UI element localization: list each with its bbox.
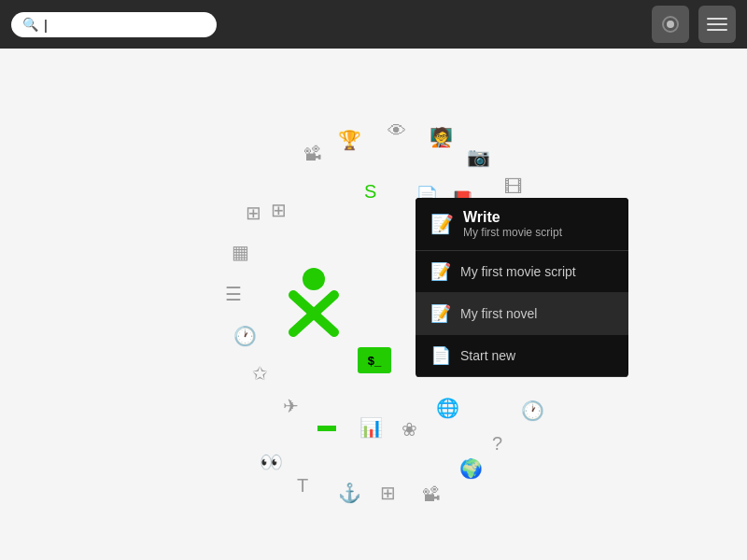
workflow-icon: ⊞	[380, 483, 396, 502]
dropdown-title: Write	[463, 209, 562, 226]
movie-script-icon: 📝	[430, 261, 451, 282]
app-header: 🔍	[0, 0, 747, 49]
calculator2-icon: ☰	[225, 285, 242, 303]
search-input[interactable]	[44, 17, 193, 33]
start-new-label: Start new	[460, 348, 515, 363]
person-icon	[276, 262, 351, 346]
dropdown-header-text: Write My first movie script	[463, 209, 562, 239]
search-icon: 🔍	[22, 17, 38, 32]
calc-icon: ⊞	[246, 203, 261, 222]
eye-icon: 👁	[388, 121, 406, 140]
projector2-icon: 📽	[422, 485, 441, 504]
ship-icon: ⚓	[338, 483, 361, 502]
novel-icon: 📝	[430, 303, 451, 324]
record-dot	[667, 21, 674, 28]
projector-icon: 📽	[303, 145, 322, 163]
search-bar[interactable]: 🔍	[11, 12, 217, 37]
flower-icon: ❀	[402, 420, 417, 439]
svg-point-3	[307, 307, 320, 320]
grid-dots-icon: ⊞	[271, 201, 287, 219]
write-icon: 📝	[430, 213, 454, 235]
record-button[interactable]	[652, 6, 689, 43]
maze-icon: ▦	[232, 243, 249, 261]
trophy-icon: 🏆	[338, 131, 361, 149]
dropdown-item-novel[interactable]: 📝 My first novel	[416, 293, 628, 335]
camera-icon: 📷	[467, 147, 490, 166]
dropdown-subtitle: My first movie script	[463, 226, 562, 239]
record-icon	[662, 16, 679, 33]
star-icon: ✩	[252, 364, 268, 383]
dropdown-item-movie-script[interactable]: 📝 My first movie script	[416, 251, 628, 293]
main-content: 🏆👁🧑‍🏫📽📷🎞⊞S📄📕⊞▦☰🕐✩✈▬📊❀🌐🕐?👀T⚓⊞📽🌍 $_ 📝 Writ…	[0, 49, 747, 560]
start-new-icon: 📄	[430, 345, 451, 366]
svg-point-0	[303, 268, 325, 290]
dropdown-header: 📝 Write My first movie script	[416, 198, 628, 251]
globe-icon: 🌐	[436, 399, 459, 417]
center-figure	[276, 262, 351, 346]
clock-icon: 🕐	[233, 327, 257, 345]
text-icon-icon: T	[297, 476, 308, 495]
novel-label: My first novel	[460, 306, 537, 321]
movie-script-label: My first movie script	[460, 264, 576, 279]
menu-line	[707, 18, 727, 20]
terminal-icon: $_	[358, 347, 391, 373]
menu-button[interactable]	[698, 6, 736, 43]
menu-line	[707, 29, 727, 31]
dropdown-item-start-new[interactable]: 📄 Start new	[416, 335, 628, 377]
bar-chart-icon: 📊	[359, 418, 383, 437]
question-icon: ?	[492, 434, 502, 453]
face-icon: 👀	[260, 453, 283, 471]
clock2-icon: 🕐	[521, 401, 544, 420]
plane-icon: ✈	[283, 397, 299, 415]
green-rect-icon: ▬	[317, 415, 336, 434]
menu-line	[707, 23, 727, 25]
letter-s-icon: S	[364, 182, 376, 201]
film-strip-icon: 🎞	[504, 177, 523, 196]
person-help-icon: 🧑‍🏫	[430, 128, 453, 147]
person-globe-icon: 🌍	[459, 459, 483, 478]
dropdown-menu: 📝 Write My first movie script 📝 My first…	[416, 198, 628, 377]
